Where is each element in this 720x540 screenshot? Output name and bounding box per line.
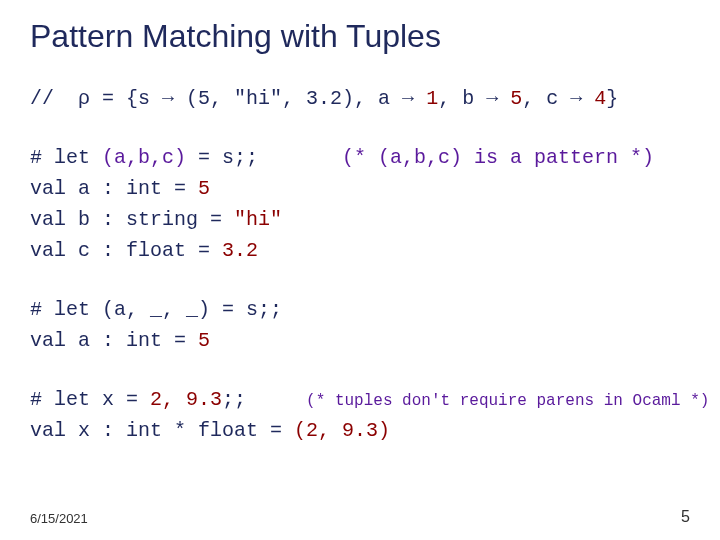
t: 5	[198, 177, 210, 200]
code-block-1: # let (a,b,c) = s;; (* (a,b,c) is a patt…	[30, 142, 690, 266]
slide-title: Pattern Matching with Tuples	[30, 18, 690, 55]
t: //	[30, 87, 78, 110]
rho: ρ	[78, 87, 90, 110]
t: # let x =	[30, 388, 150, 411]
pad	[246, 388, 306, 411]
t: , b	[438, 87, 486, 110]
t: val b : string =	[30, 208, 234, 231]
t: # let (a, _, _) = s;;	[30, 298, 282, 321]
t: val c : float =	[30, 239, 222, 262]
t: ;;	[222, 388, 246, 411]
t: 1	[414, 87, 438, 110]
page-number: 5	[681, 508, 690, 526]
t: 4	[582, 87, 606, 110]
t: (a,b,c)	[102, 146, 186, 169]
t: # let	[30, 146, 102, 169]
t: val a : int =	[30, 177, 198, 200]
code-block-2: # let (a, _, _) = s;; val a : int = 5	[30, 294, 690, 356]
t: 2, 9.3	[150, 388, 222, 411]
t: , c	[522, 87, 570, 110]
pad	[258, 146, 342, 169]
t: val a : int =	[30, 329, 198, 352]
t: 5	[198, 329, 210, 352]
t: 3.2	[222, 239, 258, 262]
t: (2, 9.3)	[294, 419, 390, 442]
t: }	[606, 87, 618, 110]
t: = s;;	[186, 146, 258, 169]
arrow-icon: →	[570, 87, 582, 110]
code-block-3: # let x = 2, 9.3;; (* tuples don't requi…	[30, 384, 690, 446]
arrow-icon: →	[162, 87, 174, 110]
slide: Pattern Matching with Tuples // ρ = {s →…	[0, 0, 720, 540]
comment: (* tuples don't require parens in Ocaml …	[306, 392, 709, 410]
comment: (* (a,b,c) is a pattern *)	[342, 146, 654, 169]
arrow-icon: →	[486, 87, 498, 110]
env-line: // ρ = {s → (5, "hi", 3.2), a → 1, b → 5…	[30, 83, 690, 114]
t: "hi"	[234, 208, 282, 231]
t: = {s	[90, 87, 162, 110]
t: 5	[498, 87, 522, 110]
arrow-icon: →	[402, 87, 414, 110]
t: (5, "hi", 3.2), a	[174, 87, 402, 110]
t: val x : int * float =	[30, 419, 294, 442]
footer-date: 6/15/2021	[30, 511, 88, 526]
